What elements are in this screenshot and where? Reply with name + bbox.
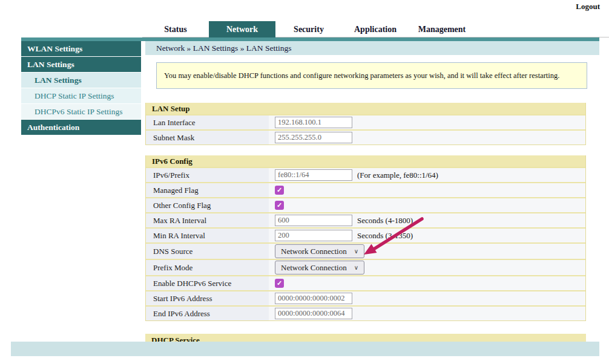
- tab-application[interactable]: Application: [342, 21, 409, 37]
- table-row: Prefix Mode Network Connection ∨: [146, 259, 585, 275]
- notice-text: You may enable/disable DHCP functions an…: [164, 71, 559, 80]
- row-label: End IPv6 Address: [146, 307, 269, 320]
- row-label: Max RA Interval: [146, 213, 269, 227]
- sidebar-item-wlan-settings[interactable]: WLAN Settings: [21, 41, 141, 56]
- start-ipv6-address-input[interactable]: [275, 293, 352, 304]
- sidebar-item-lan-settings-group[interactable]: LAN Settings: [21, 57, 141, 72]
- row-label: Enable DHCPv6 Service: [146, 276, 269, 290]
- checkmark-icon: ✓: [277, 202, 282, 209]
- chevron-down-icon: ∨: [354, 248, 358, 255]
- tab-status[interactable]: Status: [142, 21, 209, 37]
- max-ra-interval-input[interactable]: [275, 215, 352, 226]
- tab-network[interactable]: Network: [209, 21, 275, 37]
- chevron-down-icon: ∨: [354, 264, 358, 271]
- lan-interface-input[interactable]: [275, 117, 352, 128]
- row-label: DNS Source: [146, 244, 269, 259]
- checkmark-icon: ✓: [277, 280, 282, 287]
- table-row: IPv6/Prefix (For example, fe80::1/64): [146, 167, 585, 182]
- row-label: Other Config Flag: [146, 198, 269, 212]
- tab-security[interactable]: Security: [275, 21, 342, 37]
- sidebar: WLAN Settings LAN Settings LAN Settings …: [21, 41, 141, 135]
- enable-dhcpv6-checkbox[interactable]: ✓: [275, 279, 284, 288]
- main-nav: Status Network Security Application Mana…: [142, 21, 475, 37]
- max-ra-interval-hint: Seconds (4-1800): [357, 216, 413, 226]
- min-ra-interval-input[interactable]: [275, 230, 352, 241]
- sidebar-item-authentication[interactable]: Authentication: [21, 120, 141, 135]
- lan-setup-header: LAN Setup: [146, 103, 585, 114]
- router-admin-page: Logout Status Network Security Applicati…: [0, 0, 609, 364]
- table-row: Max RA Interval Seconds (4-1800): [146, 212, 585, 227]
- ipv6-prefix-input[interactable]: [275, 169, 352, 181]
- min-ra-interval-hint: Seconds (3-1350): [357, 231, 413, 241]
- sidebar-item-lan-settings[interactable]: LAN Settings: [21, 73, 141, 88]
- checkmark-icon: ✓: [277, 187, 282, 193]
- row-label: Start IPv6 Address: [146, 291, 269, 305]
- dns-source-select[interactable]: Network Connection ∨: [275, 244, 364, 258]
- breadcrumb: Network » LAN Settings » LAN Settings: [145, 41, 599, 55]
- footer-bar: [11, 342, 599, 356]
- row-label: Managed Flag: [146, 183, 269, 197]
- ipv6-config-section: IPv6 Config IPv6/Prefix (For example, fe…: [145, 155, 586, 321]
- ipv6-config-header: IPv6 Config: [146, 155, 585, 167]
- tab-management[interactable]: Management: [409, 21, 475, 37]
- other-config-flag-checkbox[interactable]: ✓: [275, 201, 284, 210]
- row-label: Prefix Mode: [146, 260, 269, 275]
- ipv6-prefix-hint: (For example, fe80::1/64): [357, 171, 438, 180]
- table-row: Min RA Interval Seconds (3-1350): [146, 227, 585, 242]
- table-row: DNS Source Network Connection ∨: [146, 242, 585, 259]
- prefix-mode-select[interactable]: Network Connection ∨: [275, 261, 364, 275]
- row-label: IPv6/Prefix: [146, 168, 269, 182]
- sidebar-item-dhcp-static-ip[interactable]: DHCP Static IP Settings: [21, 88, 141, 103]
- table-row: Subnet Mask: [146, 129, 585, 145]
- dns-source-selected-value: Network Connection: [281, 247, 347, 256]
- table-row: Other Config Flag ✓: [146, 197, 585, 212]
- sidebar-item-dhcpv6-static-ip[interactable]: DHCPv6 Static IP Settings: [21, 104, 141, 119]
- row-label: Min RA Interval: [146, 229, 269, 242]
- logout-link[interactable]: Logout: [576, 2, 600, 11]
- subnet-mask-input[interactable]: [275, 132, 352, 143]
- notice-box: You may enable/disable DHCP functions an…: [156, 62, 587, 89]
- table-row: Enable DHCPv6 Service ✓: [146, 275, 585, 290]
- lan-setup-section: LAN Setup Lan Interface Subnet Mask: [145, 103, 586, 145]
- table-row: Lan Interface: [146, 114, 585, 129]
- table-row: End IPv6 Address: [146, 305, 585, 320]
- row-label: Lan Interface: [146, 115, 269, 129]
- row-label: Subnet Mask: [146, 131, 269, 145]
- table-row: Managed Flag ✓: [146, 182, 585, 197]
- managed-flag-checkbox[interactable]: ✓: [275, 186, 284, 195]
- table-row: Start IPv6 Address: [146, 290, 585, 305]
- end-ipv6-address-input[interactable]: [275, 308, 352, 319]
- prefix-mode-selected-value: Network Connection: [281, 263, 347, 273]
